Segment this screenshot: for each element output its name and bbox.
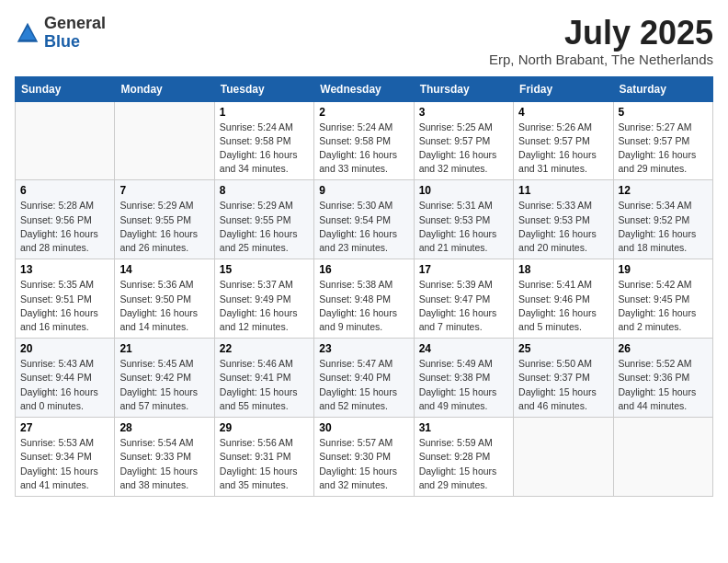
- calendar-week-3: 13Sunrise: 5:35 AM Sunset: 9:51 PM Dayli…: [16, 259, 713, 339]
- day-info: Sunrise: 5:31 AM Sunset: 9:53 PM Dayligh…: [419, 199, 508, 255]
- day-info: Sunrise: 5:38 AM Sunset: 9:48 PM Dayligh…: [319, 278, 408, 334]
- day-info: Sunrise: 5:37 AM Sunset: 9:49 PM Dayligh…: [220, 278, 309, 334]
- calendar-cell: 25Sunrise: 5:50 AM Sunset: 9:37 PM Dayli…: [514, 339, 613, 418]
- day-info: Sunrise: 5:39 AM Sunset: 9:47 PM Dayligh…: [419, 278, 508, 334]
- day-number: 16: [319, 263, 408, 276]
- calendar-cell: 21Sunrise: 5:45 AM Sunset: 9:42 PM Dayli…: [115, 339, 214, 418]
- calendar-cell: 13Sunrise: 5:35 AM Sunset: 9:51 PM Dayli…: [16, 259, 115, 339]
- day-info: Sunrise: 5:26 AM Sunset: 9:57 PM Dayligh…: [518, 121, 608, 177]
- calendar-cell: 17Sunrise: 5:39 AM Sunset: 9:47 PM Dayli…: [414, 259, 513, 339]
- calendar-cell: 26Sunrise: 5:52 AM Sunset: 9:36 PM Dayli…: [613, 339, 712, 418]
- day-info: Sunrise: 5:29 AM Sunset: 9:55 PM Dayligh…: [119, 199, 209, 255]
- column-header-wednesday: Wednesday: [314, 76, 414, 101]
- calendar-week-4: 20Sunrise: 5:43 AM Sunset: 9:44 PM Dayli…: [16, 339, 713, 418]
- day-number: 21: [119, 342, 209, 355]
- day-info: Sunrise: 5:47 AM Sunset: 9:40 PM Dayligh…: [319, 357, 408, 413]
- day-info: Sunrise: 5:43 AM Sunset: 9:44 PM Dayligh…: [20, 357, 109, 413]
- calendar-cell: 8Sunrise: 5:29 AM Sunset: 9:55 PM Daylig…: [214, 180, 313, 259]
- calendar-header-row: SundayMondayTuesdayWednesdayThursdayFrid…: [16, 76, 713, 101]
- logo-icon: [15, 20, 40, 46]
- day-info: Sunrise: 5:56 AM Sunset: 9:31 PM Dayligh…: [220, 436, 309, 492]
- day-number: 24: [419, 342, 508, 355]
- day-info: Sunrise: 5:24 AM Sunset: 9:58 PM Dayligh…: [220, 121, 309, 177]
- calendar-cell: 2Sunrise: 5:24 AM Sunset: 9:58 PM Daylig…: [314, 101, 414, 180]
- day-info: Sunrise: 5:57 AM Sunset: 9:30 PM Dayligh…: [319, 436, 408, 492]
- calendar-cell: 15Sunrise: 5:37 AM Sunset: 9:49 PM Dayli…: [214, 259, 313, 339]
- day-number: 20: [20, 342, 109, 355]
- day-info: Sunrise: 5:59 AM Sunset: 9:28 PM Dayligh…: [419, 436, 508, 492]
- column-header-friday: Friday: [514, 76, 613, 101]
- calendar-cell: 30Sunrise: 5:57 AM Sunset: 9:30 PM Dayli…: [314, 418, 414, 497]
- calendar-cell: 1Sunrise: 5:24 AM Sunset: 9:58 PM Daylig…: [214, 101, 313, 180]
- day-info: Sunrise: 5:24 AM Sunset: 9:58 PM Dayligh…: [319, 121, 408, 177]
- column-header-sunday: Sunday: [16, 76, 115, 101]
- calendar-cell: 19Sunrise: 5:42 AM Sunset: 9:45 PM Dayli…: [613, 259, 712, 339]
- day-number: 1: [220, 106, 309, 119]
- day-info: Sunrise: 5:45 AM Sunset: 9:42 PM Dayligh…: [119, 357, 209, 413]
- day-number: 27: [20, 421, 109, 434]
- calendar-cell: 20Sunrise: 5:43 AM Sunset: 9:44 PM Dayli…: [16, 339, 115, 418]
- calendar-cell: 18Sunrise: 5:41 AM Sunset: 9:46 PM Dayli…: [514, 259, 613, 339]
- calendar-cell: 3Sunrise: 5:25 AM Sunset: 9:57 PM Daylig…: [414, 101, 513, 180]
- day-number: 15: [220, 263, 309, 276]
- calendar-cell: 5Sunrise: 5:27 AM Sunset: 9:57 PM Daylig…: [613, 101, 712, 180]
- calendar-cell: 27Sunrise: 5:53 AM Sunset: 9:34 PM Dayli…: [16, 418, 115, 497]
- day-info: Sunrise: 5:52 AM Sunset: 9:36 PM Dayligh…: [619, 357, 708, 413]
- location: Erp, North Brabant, The Netherlands: [489, 52, 713, 67]
- day-info: Sunrise: 5:34 AM Sunset: 9:52 PM Dayligh…: [619, 199, 708, 255]
- day-number: 14: [119, 263, 209, 276]
- calendar-cell: 10Sunrise: 5:31 AM Sunset: 9:53 PM Dayli…: [414, 180, 513, 259]
- day-number: 29: [220, 421, 309, 434]
- day-number: 8: [220, 184, 309, 197]
- calendar-cell: 28Sunrise: 5:54 AM Sunset: 9:33 PM Dayli…: [115, 418, 214, 497]
- day-info: Sunrise: 5:28 AM Sunset: 9:56 PM Dayligh…: [20, 199, 109, 255]
- day-info: Sunrise: 5:46 AM Sunset: 9:41 PM Dayligh…: [220, 357, 309, 413]
- calendar-cell: 9Sunrise: 5:30 AM Sunset: 9:54 PM Daylig…: [314, 180, 414, 259]
- day-info: Sunrise: 5:49 AM Sunset: 9:38 PM Dayligh…: [419, 357, 508, 413]
- calendar-cell: 4Sunrise: 5:26 AM Sunset: 9:57 PM Daylig…: [514, 101, 613, 180]
- day-info: Sunrise: 5:54 AM Sunset: 9:33 PM Dayligh…: [119, 436, 209, 492]
- calendar-cell: 23Sunrise: 5:47 AM Sunset: 9:40 PM Dayli…: [314, 339, 414, 418]
- calendar-cell: 11Sunrise: 5:33 AM Sunset: 9:53 PM Dayli…: [514, 180, 613, 259]
- day-number: 19: [619, 263, 708, 276]
- day-number: 5: [619, 106, 708, 119]
- calendar-week-2: 6Sunrise: 5:28 AM Sunset: 9:56 PM Daylig…: [16, 180, 713, 259]
- logo-blue-text: Blue: [44, 32, 80, 51]
- day-number: 7: [119, 184, 209, 197]
- column-header-saturday: Saturday: [613, 76, 712, 101]
- day-number: 28: [119, 421, 209, 434]
- title-block: July 2025 Erp, North Brabant, The Nether…: [489, 15, 713, 67]
- day-number: 6: [20, 184, 109, 197]
- day-number: 11: [518, 184, 608, 197]
- column-header-tuesday: Tuesday: [214, 76, 313, 101]
- calendar-cell: [115, 101, 214, 180]
- calendar-cell: [613, 418, 712, 497]
- calendar-cell: 7Sunrise: 5:29 AM Sunset: 9:55 PM Daylig…: [115, 180, 214, 259]
- column-header-thursday: Thursday: [414, 76, 513, 101]
- day-number: 9: [319, 184, 408, 197]
- calendar-cell: 12Sunrise: 5:34 AM Sunset: 9:52 PM Dayli…: [613, 180, 712, 259]
- month-title: July 2025: [489, 15, 713, 52]
- calendar-cell: 16Sunrise: 5:38 AM Sunset: 9:48 PM Dayli…: [314, 259, 414, 339]
- day-number: 12: [619, 184, 708, 197]
- day-info: Sunrise: 5:53 AM Sunset: 9:34 PM Dayligh…: [20, 436, 109, 492]
- day-number: 30: [319, 421, 408, 434]
- day-info: Sunrise: 5:42 AM Sunset: 9:45 PM Dayligh…: [619, 278, 708, 334]
- day-info: Sunrise: 5:25 AM Sunset: 9:57 PM Dayligh…: [419, 121, 508, 177]
- page-header: General Blue July 2025 Erp, North Braban…: [15, 15, 713, 67]
- day-info: Sunrise: 5:50 AM Sunset: 9:37 PM Dayligh…: [518, 357, 608, 413]
- day-number: 4: [518, 106, 608, 119]
- column-header-monday: Monday: [115, 76, 214, 101]
- calendar-cell: 22Sunrise: 5:46 AM Sunset: 9:41 PM Dayli…: [214, 339, 313, 418]
- day-number: 18: [518, 263, 608, 276]
- calendar-cell: [514, 418, 613, 497]
- calendar-week-1: 1Sunrise: 5:24 AM Sunset: 9:58 PM Daylig…: [16, 101, 713, 180]
- calendar-cell: [16, 101, 115, 180]
- calendar-cell: 6Sunrise: 5:28 AM Sunset: 9:56 PM Daylig…: [16, 180, 115, 259]
- day-info: Sunrise: 5:36 AM Sunset: 9:50 PM Dayligh…: [119, 278, 209, 334]
- day-number: 25: [518, 342, 608, 355]
- day-number: 23: [319, 342, 408, 355]
- calendar-table: SundayMondayTuesdayWednesdayThursdayFrid…: [15, 76, 713, 497]
- day-info: Sunrise: 5:30 AM Sunset: 9:54 PM Dayligh…: [319, 199, 408, 255]
- calendar-cell: 14Sunrise: 5:36 AM Sunset: 9:50 PM Dayli…: [115, 259, 214, 339]
